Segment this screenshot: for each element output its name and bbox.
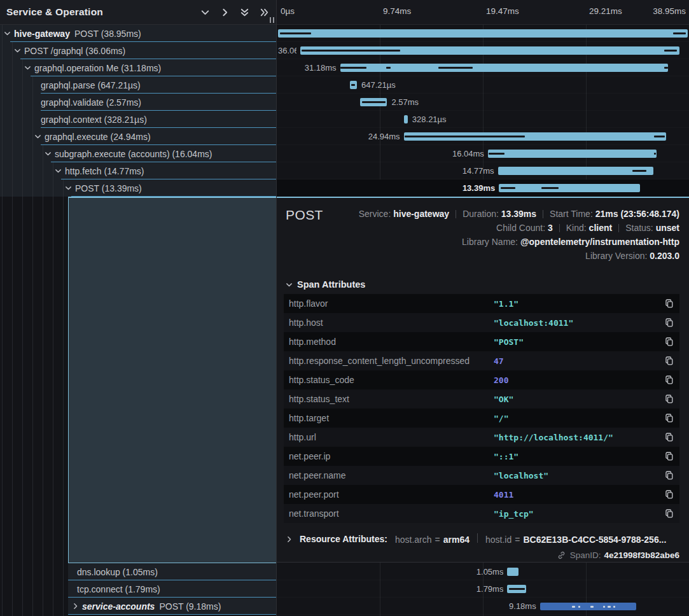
tree-row[interactable]: graphql.execute (24.94ms) [0,128,276,145]
timeline-row[interactable]: 1.05ms [277,563,689,580]
span-duration-bar[interactable] [404,132,666,141]
indent-guide [43,197,43,616]
span-duration-bar[interactable] [278,29,688,38]
resource-value: arm64 [443,535,470,545]
copy-icon[interactable] [664,470,674,480]
copy-icon[interactable] [664,508,674,519]
timeline-row[interactable]: 31.18ms [277,59,689,76]
span-attributes-title: Span Attributes [297,279,365,290]
timeline-row[interactable]: 13.39ms [277,179,689,197]
resource-attributes-title: Resource Attributes: [300,534,387,544]
copy-icon[interactable] [664,489,674,500]
child-span-mark [438,67,473,69]
tree-row[interactable]: http.fetch (14.77ms) [0,162,276,179]
timeline-row[interactable]: 14.77ms [277,162,689,179]
timeline-row[interactable]: 647.21µs [277,76,689,94]
tree-row[interactable]: POST (13.39ms) [0,179,276,197]
chevron-right-icon [71,602,80,610]
timeline-row[interactable] [277,25,689,42]
span-duration-bar[interactable] [300,46,679,55]
attribute-value: "http://localhost:4011/" [494,433,659,442]
operation-label: POST (38.95ms) [74,29,141,39]
span-duration-bar[interactable] [507,568,518,576]
chevron-down-icon [44,150,52,158]
indent-guide [22,197,23,616]
span-duration-bar[interactable] [404,115,407,123]
span-duration-bar[interactable] [499,184,639,192]
timeline-row[interactable]: 24.94ms [277,128,689,145]
tree-row[interactable]: tcp.connect (1.79ms) [68,580,276,598]
attribute-value: "OK" [494,395,659,404]
chevron-down-icon[interactable] [200,7,211,18]
operation-label: dns.lookup (1.05ms) [77,567,158,577]
attribute-row: http.status_text"OK" [284,389,679,409]
span-meta-line-2: Child Count: 3Kind: clientStatus: unset [496,223,679,233]
copy-icon[interactable] [664,318,674,328]
tree-row-content: service-accountsPOST (9.18ms) [68,598,276,615]
tree-row[interactable]: graphql.parse (647.21µs) [0,76,276,94]
copy-icon[interactable] [664,432,674,442]
tree-row-content: http.fetch (14.77ms) [0,162,276,179]
panel-resize-handle[interactable] [270,17,274,23]
resource-key: host.arch [395,535,432,545]
copy-icon[interactable] [664,394,674,404]
timeline-row[interactable]: 16.04ms [277,145,689,162]
copy-icon[interactable] [664,451,674,461]
child-span-mark [362,101,386,103]
copy-icon[interactable] [664,298,674,309]
child-span-mark [664,50,677,52]
span-duration-bar[interactable] [350,81,357,89]
chevron-right-icon [285,535,293,543]
attribute-row: http.flavor"1.1" [284,294,679,313]
copy-icon[interactable] [664,356,674,366]
attribute-row: http.url"http://localhost:4011/" [284,428,679,447]
tree-row[interactable]: subgraph.execute (accounts) (16.04ms) [0,145,276,162]
span-duration-bar[interactable] [340,64,669,72]
span-duration-bar[interactable] [488,150,657,158]
child-span-mark [608,606,611,608]
tree-row[interactable]: graphql.context (328.21µs) [0,111,276,128]
indent-guide [2,197,3,616]
tree-row[interactable]: hive-gatewayPOST (38.95ms) [0,25,276,42]
copy-icon[interactable] [664,413,674,423]
timeline-ruler: 0µs9.74ms19.47ms29.21ms38.95ms [277,0,689,25]
attribute-key: http.response_content_length_uncompresse… [289,356,494,366]
resource-attributes-row[interactable]: Resource Attributes: host.arch=arm64host… [285,533,666,545]
timeline-row[interactable]: 2.57ms [277,94,689,111]
tree-row-content: graphql.operation Me (31.18ms) [0,59,276,76]
attribute-row: net.transport"ip_tcp" [284,504,679,523]
copy-icon[interactable] [664,337,674,347]
tree-row[interactable]: graphql.operation Me (31.18ms) [0,59,276,76]
chevron-down-icon [13,46,22,55]
duration-value: 13.39ms [501,209,536,219]
timeline-row[interactable]: 1.79ms [277,580,689,598]
span-duration-bar[interactable] [360,98,387,106]
tree-row-content: dns.lookup (1.05ms) [68,563,276,580]
child-span-mark [351,84,355,86]
attribute-key: net.peer.ip [289,451,494,461]
attribute-row: http.target"/" [284,409,679,428]
double-chevron-right-icon[interactable] [259,7,270,18]
timeline-row[interactable]: 36.06ms [277,42,689,59]
attribute-key: http.url [289,432,494,442]
attribute-value: "/" [494,414,659,423]
attribute-row: net.peer.name"localhost" [284,466,679,485]
timeline-row[interactable]: 9.18ms [277,598,689,615]
tree-row[interactable]: POST /graphql (36.06ms) [0,42,276,59]
span-duration-bar[interactable] [540,603,637,610]
span-attributes-toggle[interactable]: Span Attributes [285,279,365,290]
tree-row[interactable]: graphql.validate (2.57ms) [0,94,276,111]
timeline-row[interactable]: 328.21µs [277,111,689,128]
tree-row[interactable]: dns.lookup (1.05ms) [68,563,276,580]
copy-icon[interactable] [664,375,674,385]
span-duration-bar[interactable] [507,585,526,593]
chevron-right-icon[interactable] [219,7,230,18]
child-span-mark [590,606,594,608]
tree-row[interactable]: service-accountsPOST (9.18ms) [68,598,276,615]
span-duration-label: 31.18ms [278,63,337,73]
link-icon[interactable] [557,550,566,560]
span-duration-bar[interactable] [498,167,653,175]
child-span-mark [509,588,525,590]
operation-label: graphql.execute (24.94ms) [45,132,151,142]
double-chevron-down-icon[interactable] [239,7,250,18]
